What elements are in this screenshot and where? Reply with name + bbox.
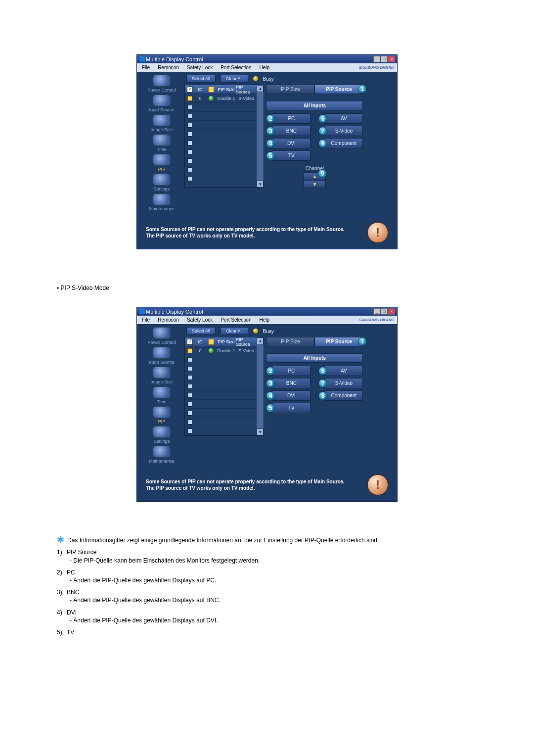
row-checkbox[interactable] [187, 114, 192, 119]
callout-5: 5 [266, 151, 275, 160]
row-checkbox[interactable] [187, 123, 192, 128]
nav-time[interactable]: Time [153, 386, 171, 404]
clear-all-button[interactable]: Clear All [221, 75, 248, 83]
menu-help[interactable]: Help [255, 316, 273, 324]
left-nav: Power ControlInput SourceImage SizeTimeP… [139, 75, 184, 213]
grid-scrollbar[interactable]: ▲▼ [257, 85, 264, 188]
row-checkbox[interactable] [187, 158, 192, 163]
nav-time[interactable]: Time [153, 134, 171, 152]
select-all-checkbox[interactable]: ✓ [187, 87, 193, 93]
menu-help[interactable]: Help [255, 64, 273, 71]
close-button[interactable]: × [388, 56, 395, 62]
row-checkbox[interactable] [187, 96, 192, 101]
scroll-up-icon[interactable]: ▲ [257, 337, 264, 344]
menu-port-selection[interactable]: Port Selection [217, 64, 255, 71]
tab-pip-source[interactable]: PIP Source [314, 337, 363, 346]
channel-down-icon[interactable]: ▼ [303, 180, 326, 188]
menu-safety-lock[interactable]: Safety Lock [183, 316, 217, 324]
scroll-down-icon[interactable]: ▼ [257, 181, 264, 188]
nav-settings[interactable]: Settings [153, 426, 171, 444]
tab-pip-size[interactable]: PIP Size [266, 85, 314, 94]
select-all-checkbox[interactable]: ✓ [187, 339, 193, 345]
select-all-button[interactable]: Select All [186, 327, 216, 335]
nav-image-size[interactable]: Image Size [150, 367, 173, 384]
row-checkbox[interactable] [187, 149, 192, 154]
component-button[interactable]: Component [324, 138, 363, 148]
wrench-icon [153, 193, 171, 205]
row-checkbox[interactable] [187, 375, 192, 380]
row-checkbox[interactable] [187, 132, 192, 137]
maximize-button[interactable]: □ [381, 56, 388, 62]
desc-title: PC [67, 569, 75, 576]
menu-file[interactable]: File [138, 316, 154, 324]
nav-power-control[interactable]: Power Control [147, 327, 176, 345]
nav-settings[interactable]: Settings [153, 174, 171, 191]
svideo-button[interactable]: S-Video [324, 126, 363, 136]
row-checkbox[interactable] [187, 402, 192, 407]
tab-pip-source[interactable]: PIP Source [314, 85, 363, 94]
close-button[interactable]: × [388, 308, 395, 315]
row-checkbox[interactable] [187, 141, 192, 145]
row-checkbox[interactable] [187, 348, 192, 353]
tv-button[interactable]: TV [272, 150, 311, 161]
nav-pip[interactable]: PIP [153, 406, 171, 424]
power-icon [153, 327, 171, 339]
nav-image-size-label: Image Size [150, 379, 173, 384]
av-button[interactable]: AV [324, 113, 363, 124]
component-button[interactable]: Component [324, 390, 363, 401]
maximize-button[interactable]: □ [381, 308, 388, 315]
tab-pip-size[interactable]: PIP Size [266, 337, 314, 346]
desc-title: PIP Source [67, 549, 96, 556]
row-checkbox[interactable] [187, 420, 192, 425]
dvi-button[interactable]: DVI [272, 138, 311, 148]
nav-pip[interactable]: PIP [153, 154, 171, 172]
row-checkbox[interactable] [187, 384, 192, 389]
nav-input-source-label: Input Source [149, 360, 174, 365]
row-checkbox[interactable] [187, 105, 192, 110]
svideo-button[interactable]: S-Video [324, 378, 363, 388]
menu-file[interactable]: File [138, 64, 154, 71]
row-checkbox[interactable] [187, 366, 192, 371]
av-button[interactable]: AV [324, 366, 363, 376]
wrench-icon [153, 446, 171, 458]
select-all-button[interactable]: Select All [186, 75, 216, 83]
nav-power-control[interactable]: Power Control [147, 75, 176, 93]
scroll-up-icon[interactable]: ▲ [257, 85, 264, 92]
row-checkbox[interactable] [187, 167, 192, 172]
nav-input-source[interactable]: Input Source [149, 94, 174, 112]
dvi-button[interactable]: DVI [272, 390, 311, 401]
warning-icon: ! [367, 222, 388, 243]
window-buttons: _□× [373, 56, 395, 62]
minimize-button[interactable]: _ [373, 56, 380, 62]
desc-sub: - Die PIP-Quelle kann beim Einschalten d… [57, 557, 477, 565]
pc-button[interactable]: PC [272, 113, 311, 124]
menu-remocon[interactable]: Remocon [154, 64, 183, 71]
pc-button[interactable]: PC [272, 366, 311, 376]
nav-maintenance[interactable]: Maintenance [149, 193, 175, 211]
row-checkbox[interactable] [187, 428, 192, 433]
channel-label: Channel [294, 166, 335, 171]
tv-button[interactable]: TV [272, 403, 311, 413]
bnc-button[interactable]: BNC [272, 126, 311, 136]
menu-safety-lock[interactable]: Safety Lock [183, 64, 217, 71]
scroll-down-icon[interactable]: ▼ [257, 428, 264, 435]
menu-port-selection[interactable]: Port Selection [217, 316, 255, 324]
display-grid: ✓ID0PIP SizeDouble 1PIP SourceS-Video▲▼ [184, 337, 264, 436]
bnc-button[interactable]: BNC [272, 378, 311, 388]
minimize-button[interactable]: _ [373, 308, 380, 315]
clear-all-button[interactable]: Clear All [221, 327, 248, 335]
nav-time-label: Time [157, 147, 167, 152]
menu-remocon[interactable]: Remocon [154, 316, 183, 324]
callout-5: 5 [266, 404, 275, 413]
grid-scrollbar[interactable]: ▲▼ [257, 337, 264, 435]
row-checkbox[interactable] [187, 393, 192, 398]
row-checkbox[interactable] [187, 411, 192, 416]
row-checkbox[interactable] [187, 176, 192, 181]
row-checkbox[interactable] [187, 357, 192, 362]
nav-input-source[interactable]: Input Source [149, 347, 174, 365]
nav-image-size[interactable]: Image Size [150, 114, 173, 132]
desc-title: TV [67, 629, 74, 636]
brand-logo: SAMSUNG DIGITall [359, 65, 396, 70]
nav-maintenance[interactable]: Maintenance [149, 446, 175, 464]
cell-pip-source: S-Video [236, 346, 257, 355]
